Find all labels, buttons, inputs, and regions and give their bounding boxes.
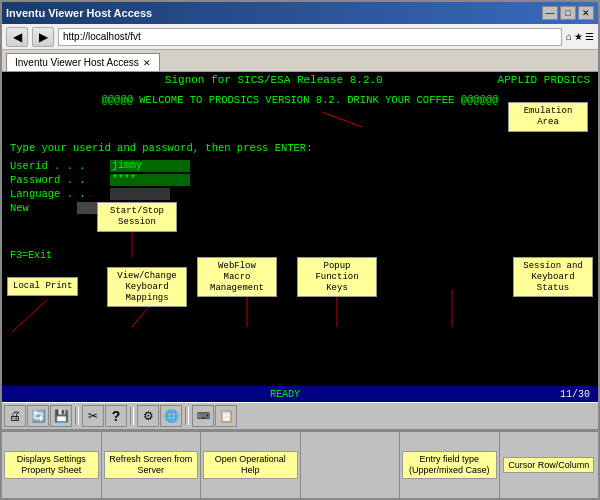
new-label: New	[10, 202, 29, 214]
password-input[interactable]: ****	[110, 174, 190, 186]
bottom-item-refresh: Refresh Screen from Server	[102, 432, 202, 498]
userid-row: Userid . . . jimmy	[10, 160, 590, 172]
new-input[interactable]	[77, 202, 157, 214]
star-icon[interactable]: ★	[574, 31, 583, 42]
bottom-item-cursor: Cursor Row/Column	[500, 432, 599, 498]
window-title: Inventu Viewer Host Access	[6, 7, 152, 19]
browser-icons: ⌂ ★ ☰	[566, 31, 594, 42]
f3-label: F3=Exit	[10, 250, 590, 261]
new-row: New	[10, 202, 590, 214]
minimize-button[interactable]: —	[542, 6, 558, 20]
tab-bar: Inventu Viewer Host Access ✕	[2, 50, 598, 72]
status-ready: READY	[270, 389, 300, 400]
userid-input[interactable]: jimmy	[110, 160, 190, 172]
toolbar-sep-3	[185, 407, 189, 425]
main-area: Signon for SICS/ESA Release 8.2.0 APPLID…	[2, 72, 598, 498]
home-icon[interactable]: ⌂	[566, 31, 572, 42]
toolbar: 🖨 🔄 💾 ✂ ? ⚙ 🌐 ⌨ 📋	[2, 402, 598, 430]
bottom-annotation-area: Displays Settings Property Sheet Refresh…	[2, 430, 598, 498]
tab-label: Inventu Viewer Host Access	[15, 57, 139, 68]
title-bar: Inventu Viewer Host Access — □ ✕	[2, 2, 598, 24]
cut-button[interactable]: ✂	[82, 405, 104, 427]
bottom-item-help: Open Operational Help	[201, 432, 301, 498]
help-button[interactable]: ?	[105, 405, 127, 427]
password-row: Password . . ****	[10, 174, 590, 186]
emu-prompt: Type your userid and password, then pres…	[10, 142, 590, 154]
emu-welcome: @@@@@ WELCOME TO PRODSICS VERSION 8.2. D…	[10, 94, 590, 106]
emulation-screen[interactable]: Signon for SICS/ESA Release 8.2.0 APPLID…	[2, 72, 598, 402]
window-controls: — □ ✕	[542, 6, 594, 20]
forward-button[interactable]: ▶	[32, 27, 54, 47]
back-button[interactable]: ◀	[6, 27, 28, 47]
status-pos: 11/30	[560, 389, 590, 400]
emu-status-bar: READY 11/30	[2, 386, 598, 402]
bottom-callout-cursor: Cursor Row/Column	[503, 457, 594, 474]
bottom-item-displays: Displays Settings Property Sheet	[2, 432, 102, 498]
macro-button[interactable]: 📋	[215, 405, 237, 427]
address-bar[interactable]	[58, 28, 562, 46]
save-button[interactable]: 💾	[50, 405, 72, 427]
bottom-callout-entry-type: Entry field type (Upper/mixed Case)	[402, 451, 497, 479]
browser-bar: ◀ ▶ ⌂ ★ ☰	[2, 24, 598, 50]
active-tab[interactable]: Inventu Viewer Host Access ✕	[6, 53, 160, 71]
settings-button[interactable]: ⚙	[137, 405, 159, 427]
emu-applid: APPLID PRDSICS	[498, 74, 590, 86]
language-label: Language . .	[10, 188, 110, 200]
close-button[interactable]: ✕	[578, 6, 594, 20]
bottom-callout-refresh: Refresh Screen from Server	[104, 451, 199, 479]
keyboard-button[interactable]: ⌨	[192, 405, 214, 427]
language-row: Language . .	[10, 188, 590, 200]
bottom-callout-displays: Displays Settings Property Sheet	[4, 451, 99, 479]
toolbar-left-group: 🖨 🔄 💾 ✂ ? ⚙ 🌐 ⌨ 📋	[4, 405, 237, 427]
password-label: Password . .	[10, 174, 110, 186]
tab-close-button[interactable]: ✕	[143, 58, 151, 68]
refresh-button[interactable]: 🔄	[27, 405, 49, 427]
maximize-button[interactable]: □	[560, 6, 576, 20]
bottom-callout-help: Open Operational Help	[203, 451, 298, 479]
bottom-item-empty	[301, 432, 401, 498]
print-button[interactable]: 🖨	[4, 405, 26, 427]
toolbar-sep-2	[130, 407, 134, 425]
bottom-item-entry-type: Entry field type (Upper/mixed Case)	[400, 432, 500, 498]
network-button[interactable]: 🌐	[160, 405, 182, 427]
toolbar-sep-1	[75, 407, 79, 425]
main-window: Inventu Viewer Host Access — □ ✕ ◀ ▶ ⌂ ★…	[0, 0, 600, 500]
menu-icon[interactable]: ☰	[585, 31, 594, 42]
language-input[interactable]	[110, 188, 170, 200]
emu-title-bar: Signon for SICS/ESA Release 8.2.0 APPLID…	[2, 72, 598, 88]
userid-label: Userid . . .	[10, 160, 110, 172]
emu-title: Signon for SICS/ESA Release 8.2.0	[50, 74, 498, 86]
emu-content: @@@@@ WELCOME TO PRODSICS VERSION 8.2. D…	[2, 88, 598, 386]
